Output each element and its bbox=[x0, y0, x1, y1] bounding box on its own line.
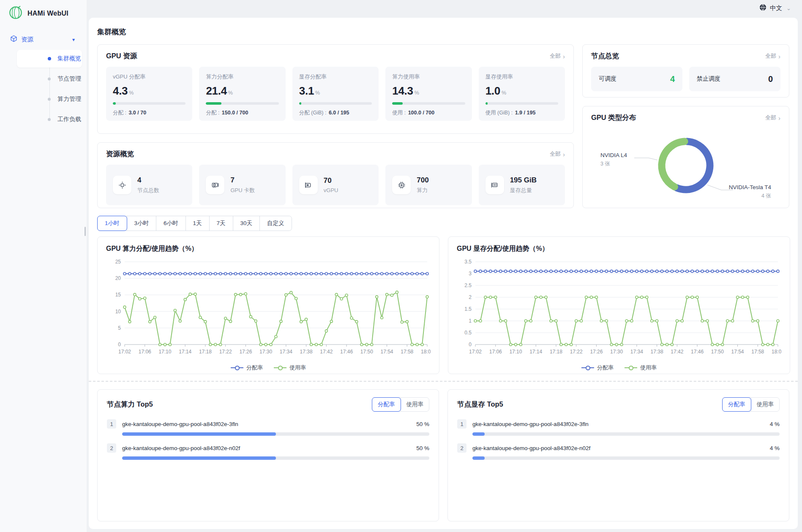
metric-footer: 分配 : 3.0 / 70 bbox=[113, 109, 185, 117]
sidebar-section-resources[interactable]: 资源 ▾ bbox=[10, 35, 81, 44]
toggle-usage-rate[interactable]: 使用率 bbox=[751, 398, 780, 411]
compute-chip-icon bbox=[392, 176, 411, 194]
timeline-dot bbox=[48, 57, 51, 60]
node-bar bbox=[472, 456, 780, 460]
svg-text:1.5: 1.5 bbox=[464, 306, 472, 312]
legend-marker-icon bbox=[274, 365, 286, 370]
resource-tile-nodes: 4节点总数 bbox=[106, 165, 192, 205]
language-selector[interactable]: 中文 ⌄ bbox=[759, 4, 791, 12]
memory-trend-card: GPU 显存分配/使用趋势（%） 00.511.522.533.517:0217… bbox=[448, 236, 790, 374]
svg-text:3: 3 bbox=[469, 271, 472, 277]
donut-label-nvidia-l4: NVIDIA L4 3 张 bbox=[600, 152, 627, 168]
page-title: 集群概览 bbox=[97, 27, 789, 37]
svg-text:17:30: 17:30 bbox=[610, 349, 623, 355]
top5-row: 2 gke-kantaloupe-demo-gpu-pool-a843f02e-… bbox=[107, 443, 429, 460]
sidebar-item-cluster-overview[interactable]: 集群概览 bbox=[17, 50, 82, 68]
timeline-dot bbox=[48, 118, 51, 121]
nodes-icon bbox=[113, 176, 131, 194]
svg-text:17:34: 17:34 bbox=[630, 349, 643, 355]
chevron-right-icon: › bbox=[563, 151, 565, 157]
svg-text:17:42: 17:42 bbox=[320, 349, 333, 355]
top5-row: 1 gke-kantaloupe-demo-gpu-pool-a843f02e-… bbox=[107, 419, 429, 436]
toggle-allocation-rate[interactable]: 分配率 bbox=[722, 397, 751, 412]
sidebar-item-workloads[interactable]: 工作负载 bbox=[17, 111, 82, 128]
chart-legend: 分配率 使用率 bbox=[457, 364, 781, 372]
memory-trend-chart: 00.511.522.533.517:0217:0617:1017:1417:1… bbox=[457, 256, 781, 362]
chevron-right-icon: › bbox=[778, 53, 780, 60]
resource-value: 4 bbox=[137, 176, 159, 185]
toggle-allocation-rate[interactable]: 分配率 bbox=[372, 397, 401, 412]
node-value: 4 % bbox=[770, 421, 780, 427]
resource-label: vGPU bbox=[324, 187, 338, 193]
node-bar bbox=[122, 456, 429, 460]
svg-text:17:06: 17:06 bbox=[489, 349, 502, 355]
time-tab-30d[interactable]: 30天 bbox=[233, 216, 260, 231]
compute-top5-toggle: 分配率 使用率 bbox=[372, 397, 429, 412]
chevron-down-icon: ⌄ bbox=[786, 5, 791, 11]
dashed-divider bbox=[89, 381, 798, 382]
node-name: gke-kantaloupe-demo-gpu-pool-a843f02e-3f… bbox=[122, 421, 416, 427]
svg-text:17:22: 17:22 bbox=[219, 349, 232, 355]
memory-icon bbox=[486, 176, 504, 194]
svg-text:17:10: 17:10 bbox=[158, 349, 171, 355]
svg-text:17:02: 17:02 bbox=[118, 349, 131, 355]
hami-logo-icon bbox=[8, 5, 23, 22]
metric-value: 21.4% bbox=[206, 84, 278, 98]
resource-label: GPU 卡数 bbox=[230, 187, 255, 194]
card-title: GPU 类型分布 bbox=[591, 113, 636, 122]
node-memory-top5-card: 节点显存 Top5 分配率 使用率 1 gke-kantaloupe-demo-… bbox=[447, 389, 789, 521]
metric-compute-allocation: 算力分配率 21.4% 分配 : 150.0 / 700 bbox=[199, 67, 285, 121]
node-compute-top5-card: 节点算力 Top5 分配率 使用率 1 gke-kantaloupe-demo-… bbox=[97, 389, 439, 521]
time-tab-7d[interactable]: 7天 bbox=[209, 216, 233, 231]
metric-progress bbox=[113, 102, 185, 105]
metric-value: 3.1% bbox=[299, 84, 372, 98]
svg-text:17:46: 17:46 bbox=[691, 349, 704, 355]
gpu-resources-card: GPU 资源 全部 › vGPU 分配率 4.3% 分配 : 3.0 / 70 bbox=[97, 44, 574, 134]
svg-text:17:14: 17:14 bbox=[179, 349, 191, 355]
node-value: 4 % bbox=[770, 445, 780, 451]
schedulable-tile: 可调度 4 bbox=[591, 67, 682, 91]
main-panel: 集群概览 GPU 资源 全部 › vGPU 分配率 4. bbox=[89, 18, 798, 529]
legend-item-usage[interactable]: 使用率 bbox=[274, 364, 306, 372]
svg-text:17:54: 17:54 bbox=[731, 349, 744, 355]
sidebar-item-node-management[interactable]: 节点管理 bbox=[17, 70, 82, 88]
svg-text:17:38: 17:38 bbox=[300, 349, 313, 355]
time-tab-custom[interactable]: 自定义 bbox=[259, 216, 292, 231]
view-all-link[interactable]: 全部 › bbox=[550, 52, 565, 60]
metric-memory-allocation: 显存分配率 3.1% 分配 (GiB) : 6.0 / 195 bbox=[292, 67, 379, 121]
view-all-link[interactable]: 全部 › bbox=[765, 114, 780, 122]
time-tab-6h[interactable]: 6小时 bbox=[156, 216, 185, 231]
view-all-link[interactable]: 全部 › bbox=[765, 52, 780, 60]
metric-progress bbox=[206, 102, 278, 105]
toggle-usage-rate[interactable]: 使用率 bbox=[401, 398, 429, 411]
sidebar-item-compute-management[interactable]: 算力管理 bbox=[17, 90, 82, 108]
svg-text:17:42: 17:42 bbox=[671, 349, 683, 355]
card-title: 节点算力 Top5 bbox=[107, 400, 153, 409]
chevron-right-icon: › bbox=[778, 115, 780, 121]
brand: HAMi WebUI bbox=[0, 0, 87, 26]
view-all-link[interactable]: 全部 › bbox=[550, 150, 565, 158]
legend-item-usage[interactable]: 使用率 bbox=[625, 364, 657, 372]
metric-compute-usage: 算力使用率 14.3% 使用 : 100.0 / 700 bbox=[385, 67, 472, 121]
time-tab-3h[interactable]: 3小时 bbox=[127, 216, 156, 231]
legend-item-allocation[interactable]: 分配率 bbox=[581, 364, 614, 372]
svg-text:2: 2 bbox=[469, 294, 472, 300]
svg-text:17:34: 17:34 bbox=[280, 349, 292, 355]
time-tab-1d[interactable]: 1天 bbox=[185, 216, 209, 231]
tile-value: 4 bbox=[670, 74, 675, 84]
metric-value: 14.3% bbox=[392, 84, 465, 98]
caret-down-icon[interactable]: ▾ bbox=[72, 37, 75, 43]
rank-badge: 1 bbox=[107, 419, 116, 429]
card-title: 节点显存 Top5 bbox=[457, 400, 503, 409]
legend-marker-icon bbox=[625, 365, 637, 370]
svg-text:15: 15 bbox=[115, 292, 121, 298]
globe-icon bbox=[759, 4, 767, 12]
rank-badge: 2 bbox=[107, 443, 116, 453]
legend-item-allocation[interactable]: 分配率 bbox=[231, 364, 263, 372]
time-tab-1h[interactable]: 1小时 bbox=[97, 216, 127, 231]
resource-label: 显存总量 bbox=[510, 187, 537, 194]
metric-label: 显存分配率 bbox=[299, 73, 372, 81]
sidebar-resize-handle[interactable] bbox=[85, 227, 86, 236]
svg-text:17:58: 17:58 bbox=[751, 349, 764, 355]
metric-footer: 分配 (GiB) : 6.0 / 195 bbox=[299, 109, 372, 117]
